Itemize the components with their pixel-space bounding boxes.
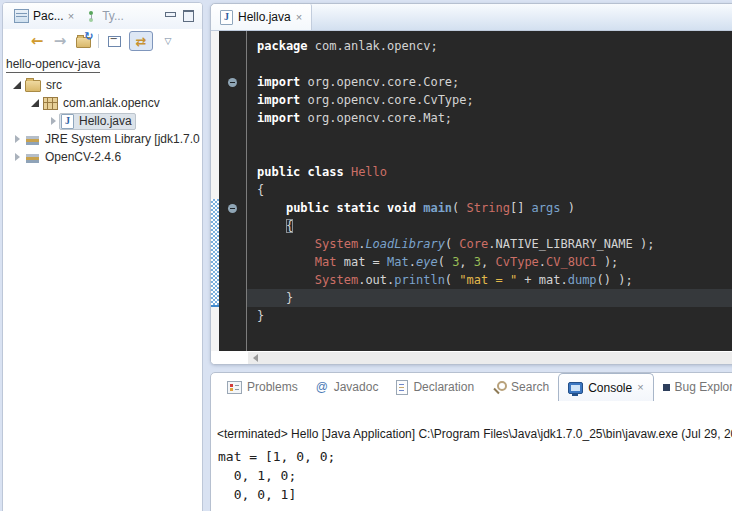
gutter-line bbox=[219, 253, 246, 271]
tree-item-src[interactable]: src bbox=[5, 76, 202, 94]
code-line-9[interactable]: { bbox=[257, 181, 732, 199]
tree-entry: src bbox=[23, 77, 66, 93]
console-process-header: <terminated> Hello [Java Application] C:… bbox=[217, 427, 732, 441]
editor-tab-label: Hello.java bbox=[238, 10, 291, 24]
scrollbar-track[interactable] bbox=[248, 352, 732, 364]
console-icon bbox=[568, 382, 583, 394]
problems-icon bbox=[227, 381, 242, 394]
code-line-3[interactable]: import org.opencv.core.Core; bbox=[257, 73, 732, 91]
horizontal-scrollbar bbox=[211, 351, 732, 365]
code-editor[interactable]: package com.anlak.opencv; import org.ope… bbox=[211, 31, 732, 351]
console-panel: ProblemsJavadocDeclarationSearchConsole×… bbox=[210, 372, 732, 511]
project-root-label[interactable]: hello-opencv-java bbox=[6, 57, 100, 73]
tree-item-com-anlak-opencv[interactable]: com.anlak.opencv bbox=[5, 94, 202, 112]
collapse-arrow-icon[interactable] bbox=[11, 81, 23, 89]
package-explorer-panel: Pac...×Ty... ←→⇄▽ hello-opencv-java srcc… bbox=[2, 2, 203, 511]
forward-button[interactable]: → bbox=[52, 32, 68, 50]
up-icon bbox=[76, 37, 91, 48]
code-line-12[interactable]: System.LoadLibrary( Core.NATIVE_LIBRARY_… bbox=[257, 235, 732, 253]
back-button[interactable]: ← bbox=[29, 32, 45, 50]
selected-tree-entry: Hello.java bbox=[59, 113, 136, 130]
package-explorer-tree: hello-opencv-java srccom.anlak.opencvHel… bbox=[3, 53, 202, 166]
forward-button-icon: → bbox=[54, 32, 67, 50]
maximize-button[interactable] bbox=[183, 10, 194, 22]
editor-panel: Hello.java × package com.anlak.opencv; i… bbox=[210, 3, 732, 365]
package-explorer-icon bbox=[14, 9, 29, 23]
fold-collapse-icon[interactable] bbox=[228, 78, 237, 87]
annotation-ruler bbox=[211, 31, 219, 351]
tree-item-jre-system-library-jdk1-7-0[interactable]: JRE System Library [jdk1.7.0 bbox=[5, 130, 202, 148]
tree-item-opencv-2-4-6[interactable]: OpenCV-2.4.6 bbox=[5, 148, 202, 166]
expand-arrow-icon[interactable] bbox=[47, 117, 59, 125]
gutter-line bbox=[219, 109, 246, 127]
editor-tab-hello-java[interactable]: Hello.java × bbox=[211, 4, 312, 30]
close-icon[interactable]: × bbox=[68, 11, 74, 22]
view-menu-button[interactable]: ▽ bbox=[160, 32, 176, 50]
code-line-4[interactable]: import org.opencv.core.CvType; bbox=[257, 91, 732, 109]
code-line-7[interactable] bbox=[257, 145, 732, 163]
library-icon bbox=[25, 151, 40, 163]
collapse-icon bbox=[108, 36, 121, 47]
tree-item-label: src bbox=[46, 78, 62, 92]
code-line-10[interactable]: public static void main( String[] args ) bbox=[257, 199, 732, 217]
gutter-line bbox=[219, 307, 246, 325]
gutter-line bbox=[219, 181, 246, 199]
tree-item-label: JRE System Library [jdk1.7.0 bbox=[45, 132, 200, 146]
expand-arrow-icon[interactable] bbox=[11, 153, 23, 161]
tree-item-hello-java[interactable]: Hello.java bbox=[5, 112, 202, 130]
search-icon bbox=[492, 381, 506, 394]
view-tab-declaration[interactable]: Declaration bbox=[387, 373, 483, 401]
code-line-11[interactable]: { bbox=[257, 217, 732, 235]
link-with-editor-button[interactable]: ⇄ bbox=[129, 31, 153, 51]
code-line-1[interactable]: package com.anlak.opencv; bbox=[257, 37, 732, 55]
close-icon[interactable]: × bbox=[296, 12, 302, 23]
package-explorer-toolbar: ←→⇄▽ bbox=[3, 29, 202, 53]
gutter-line bbox=[219, 145, 246, 163]
view-tab-label: Declaration bbox=[413, 380, 474, 394]
view-tab-label: Search bbox=[511, 380, 549, 394]
view-tab-problems[interactable]: Problems bbox=[218, 373, 307, 401]
console-output-line: 0, 1, 0; bbox=[218, 466, 732, 485]
tree-item-label: com.anlak.opencv bbox=[63, 96, 160, 110]
view-tab-label: Problems bbox=[247, 380, 298, 394]
view-tab-label: Pac... bbox=[33, 9, 64, 23]
declaration-icon bbox=[396, 380, 408, 395]
code-line-6[interactable] bbox=[257, 127, 732, 145]
tree-entry: JRE System Library [jdk1.7.0 bbox=[23, 131, 202, 147]
collapse-arrow-icon[interactable] bbox=[29, 99, 41, 107]
code-line-13[interactable]: Mat mat = Mat.eye( 3, 3, CvType.CV_8UC1 … bbox=[257, 253, 732, 271]
editor-tab-bar: Hello.java × bbox=[211, 4, 732, 31]
view-tab-bug-explorer[interactable]: Bug Explorer bbox=[654, 373, 732, 401]
scroll-left-arrow-icon[interactable] bbox=[253, 354, 258, 362]
gutter-line bbox=[219, 289, 246, 307]
code-area[interactable]: package com.anlak.opencv; import org.ope… bbox=[247, 31, 732, 351]
expand-arrow-icon[interactable] bbox=[11, 135, 23, 143]
code-line-16[interactable]: } bbox=[257, 307, 732, 325]
view-tab-ty[interactable]: Ty... bbox=[80, 5, 130, 27]
view-tab-search[interactable]: Search bbox=[483, 373, 558, 401]
gutter-line bbox=[219, 199, 246, 217]
close-icon[interactable]: × bbox=[637, 382, 643, 393]
view-tab-javadoc[interactable]: Javadoc bbox=[307, 373, 388, 401]
view-tab-pac[interactable]: Pac...× bbox=[8, 5, 80, 27]
view-tab-console[interactable]: Console× bbox=[558, 373, 653, 401]
code-line-2[interactable] bbox=[257, 55, 732, 73]
gutter-line bbox=[219, 73, 246, 91]
java-file-icon bbox=[61, 114, 74, 129]
up-button[interactable] bbox=[75, 32, 91, 50]
toolbar-separator bbox=[98, 34, 99, 48]
back-button-icon: ← bbox=[31, 32, 44, 50]
code-line-8[interactable]: public class Hello bbox=[257, 163, 732, 181]
code-line-14[interactable]: System.out.println( "mat = " + mat.dump(… bbox=[257, 271, 732, 289]
link-with-editor-button-icon: ⇄ bbox=[136, 34, 147, 49]
fold-gutter bbox=[219, 31, 247, 351]
javadoc-icon bbox=[316, 381, 329, 394]
minimize-button[interactable] bbox=[165, 12, 174, 20]
fold-collapse-icon[interactable] bbox=[228, 204, 237, 213]
code-line-15[interactable]: } bbox=[247, 289, 732, 307]
collapse-all-button[interactable] bbox=[106, 32, 122, 50]
view-tab-bar: Pac...×Ty... bbox=[3, 3, 202, 29]
type-hierarchy-icon bbox=[86, 10, 98, 23]
tree-entry: com.anlak.opencv bbox=[41, 95, 164, 111]
code-line-5[interactable]: import org.opencv.core.Mat; bbox=[257, 109, 732, 127]
